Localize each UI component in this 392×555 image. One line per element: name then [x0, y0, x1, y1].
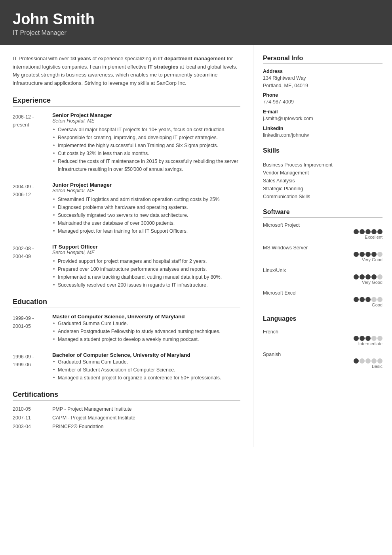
candidate-name: John Smith — [13, 11, 379, 28]
skill-item: Strategic Planning — [263, 185, 382, 193]
left-column: IT Professional with over 10 years of ex… — [0, 45, 253, 447]
main-content: IT Professional with over 10 years of ex… — [0, 45, 392, 447]
skill-item: Business Process Improvement — [263, 161, 382, 169]
software-item-2: MS Windows Server Very Good — [263, 245, 382, 262]
education-title: Education — [13, 298, 240, 308]
languages-section: Languages French Intermediate Spanish — [263, 315, 382, 369]
entry-company-3: Seton Hospital, ME — [52, 250, 240, 255]
linkedin-value: linkedin.com/johnutw — [263, 132, 382, 139]
bullet: Reduced the costs of IT maintenance in 2… — [52, 157, 240, 173]
software-title: Software — [263, 209, 382, 218]
dot-filled — [365, 297, 371, 302]
bullet: Member of Student Association of Compute… — [52, 366, 240, 374]
software-item-3: Linux/Unix Very Good — [263, 268, 382, 285]
software-section: Software Microsoft Project Excellent MS … — [263, 209, 382, 307]
dot-filled — [354, 252, 359, 257]
dot-empty — [371, 297, 377, 302]
bullet: Responsible for creating, improving, and… — [52, 134, 240, 142]
entry-role-2: Junior Project Manager — [52, 182, 240, 188]
edu-dates-1: 1999-09 - 2001-05 — [13, 314, 52, 343]
skill-item: Communication Skills — [263, 193, 382, 201]
certifications-title: Certifications — [13, 390, 240, 401]
dot-filled — [371, 252, 377, 257]
entry-role-3: IT Support Officer — [52, 244, 240, 250]
lang-name-1: French — [263, 329, 382, 335]
dot-empty — [377, 358, 382, 364]
education-section: Education 1999-09 - 2001-05 Master of Co… — [13, 298, 240, 382]
lang-dots-1 — [263, 336, 382, 341]
dot-filled — [354, 297, 359, 302]
lang-label-2: Basic — [263, 364, 382, 369]
edu-bullets-1: Graduated Summa Cum Laude. Andersen Post… — [52, 320, 240, 343]
personal-info-phone: Phone 774-987-4009 — [263, 92, 382, 106]
dot-filled — [354, 274, 359, 279]
personal-info-address: Address 134 Rightward WayPortland, ME, 0… — [263, 69, 382, 90]
languages-title: Languages — [263, 315, 382, 324]
phone-value: 774-987-4009 — [263, 98, 382, 106]
personal-info-section: Personal Info Address 134 Rightward WayP… — [263, 55, 382, 139]
bullet: Graduated Summa Cum Laude. — [52, 358, 240, 366]
edu-role-2: Bachelor of Computer Science, University… — [52, 352, 240, 358]
experience-entry-1: 2006-12 - present Senior Project Manager… — [13, 112, 240, 173]
cert-name-2: CAPM - Project Management Institute — [52, 415, 135, 421]
dot-empty — [371, 358, 377, 364]
skills-list: Business Process Improvement Vendor Mana… — [263, 161, 382, 201]
software-name-2: MS Windows Server — [263, 245, 382, 251]
entry-bullets-3: Provided support for project managers an… — [52, 257, 240, 289]
cert-entry-2: 2007-11 CAPM - Project Management Instit… — [13, 415, 240, 421]
personal-info-linkedin: LinkedIn linkedin.com/johnutw — [263, 126, 382, 139]
software-label-1: Excellent — [263, 235, 382, 239]
entry-bullets-1: Oversaw all major hospital IT projects f… — [52, 126, 240, 173]
edu-dates-2: 1996-09 - 1999-06 — [13, 352, 52, 382]
software-label-4: Good — [263, 302, 382, 307]
bullet: Provided support for project managers an… — [52, 257, 240, 265]
dots-row-4 — [263, 297, 382, 302]
cert-name-3: PRINCE2® Foundation — [52, 424, 103, 429]
candidate-title: IT Project Manager — [13, 29, 379, 36]
dot-filled — [360, 229, 365, 234]
phone-label: Phone — [263, 92, 382, 98]
lang-label-1: Intermediate — [263, 341, 382, 346]
lang-item-1: French Intermediate — [263, 329, 382, 346]
dot-filled — [354, 358, 359, 364]
experience-section: Experience 2006-12 - present Senior Proj… — [13, 96, 240, 289]
software-name-4: Microsoft Excel — [263, 290, 382, 296]
entry-dates-1: 2006-12 - present — [13, 112, 52, 173]
dots-row-3 — [263, 274, 382, 279]
software-name-3: Linux/Unix — [263, 268, 382, 273]
dot-filled — [365, 336, 371, 341]
dot-empty — [377, 297, 382, 302]
software-item-4: Microsoft Excel Good — [263, 290, 382, 307]
dot-filled — [371, 229, 377, 234]
edu-role-1: Master of Computer Science, University o… — [52, 314, 240, 320]
lang-item-2: Spanish Basic — [263, 352, 382, 369]
dot-filled — [360, 252, 365, 257]
lang-dots-2 — [263, 358, 382, 364]
entry-bullets-2: Streamlined IT logistics and administrat… — [52, 195, 240, 235]
entry-dates-2: 2004-09 - 2006-12 — [13, 182, 52, 235]
right-column: Personal Info Address 134 Rightward WayP… — [253, 45, 392, 447]
dot-filled — [360, 297, 365, 302]
cert-name-1: PMP - Project Management Institute — [52, 406, 132, 412]
edu-content-2: Bachelor of Computer Science, University… — [52, 352, 240, 382]
dot-empty — [377, 336, 382, 341]
cert-date-3: 2003-04 — [13, 424, 52, 429]
email-label: E-mail — [263, 109, 382, 115]
dot-filled — [365, 229, 371, 234]
edu-content-1: Master of Computer Science, University o… — [52, 314, 240, 343]
education-entry-2: 1996-09 - 1999-06 Bachelor of Computer S… — [13, 352, 240, 382]
address-label: Address — [263, 69, 382, 74]
personal-info-email: E-mail j.smith@uptowork.com — [263, 109, 382, 122]
software-label-2: Very Good — [263, 257, 382, 262]
bullet: Cut costs by 32% in less than six months… — [52, 149, 240, 157]
dot-filled — [377, 229, 382, 234]
dot-empty — [360, 358, 365, 364]
experience-title: Experience — [13, 96, 240, 107]
edu-bullets-2: Graduated Summa Cum Laude. Member of Stu… — [52, 358, 240, 382]
dot-empty — [365, 358, 371, 364]
entry-company-2: Seton Hospital, ME — [52, 188, 240, 193]
skill-item: Sales Analysis — [263, 177, 382, 185]
bullet: Oversaw all major hospital IT projects f… — [52, 126, 240, 134]
dot-filled — [354, 229, 359, 234]
cert-date-2: 2007-11 — [13, 415, 52, 421]
